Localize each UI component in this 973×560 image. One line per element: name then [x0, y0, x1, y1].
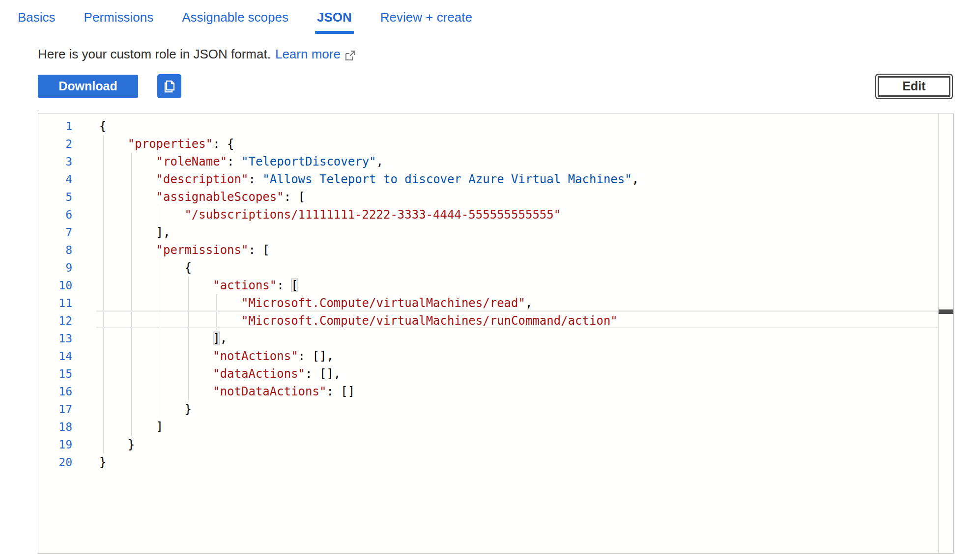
indent-guide [216, 294, 217, 330]
code-line: "actions": [ [38, 277, 938, 294]
code-line: "/subscriptions/11111111-2222-3333-4444-… [38, 206, 938, 224]
code-line: "properties": { [38, 135, 938, 153]
tab-json[interactable]: JSON [317, 10, 352, 34]
code-line: "Microsoft.Compute/virtualMachines/read"… [38, 294, 938, 312]
download-button[interactable]: Download [38, 75, 138, 98]
indent-guide [188, 277, 189, 400]
code-line: "roleName": "TeleportDiscovery", [38, 153, 938, 170]
code-line: "description": "Allows Teleport to disco… [38, 170, 938, 188]
code-line: } [38, 453, 938, 471]
tab-assignable-scopes[interactable]: Assignable scopes [182, 10, 288, 34]
bracket-match-highlight: [ [291, 279, 298, 292]
indent-guide [160, 259, 161, 418]
code-line: "notActions": [], [38, 347, 938, 365]
edit-button[interactable]: Edit [878, 76, 950, 97]
overview-cursor-marker [939, 309, 953, 314]
code-line: ], [38, 330, 938, 347]
indent-guide [103, 135, 104, 453]
wizard-tabbar: BasicsPermissionsAssignable scopesJSONRe… [0, 0, 973, 34]
json-description-text: Here is your custom role in JSON format. [38, 47, 271, 62]
external-link-icon [345, 49, 356, 60]
copy-button[interactable] [157, 74, 181, 98]
indent-guide [131, 153, 132, 436]
bracket-match-highlight: ] [213, 332, 220, 345]
code-lines: { "properties": { "roleName": "TeleportD… [38, 117, 938, 471]
overview-ruler[interactable] [938, 113, 953, 553]
tab-basics[interactable]: Basics [18, 10, 56, 34]
json-toolbar: Download Edit [38, 74, 953, 98]
indent-guide [160, 206, 161, 224]
code-line: "notDataActions": [] [38, 383, 938, 400]
copy-icon [162, 79, 177, 94]
tab-permissions[interactable]: Permissions [84, 10, 154, 34]
code-line: { [38, 117, 938, 135]
tab-review-create[interactable]: Review + create [380, 10, 472, 34]
code-line: "dataActions": [], [38, 365, 938, 383]
code-line: { [38, 259, 938, 277]
code-line: "permissions": [ [38, 241, 938, 259]
code-line: ], [38, 224, 938, 241]
json-code-editor[interactable]: 1234567891011121314151617181920 { "prope… [38, 113, 954, 554]
code-line: } [38, 436, 938, 453]
code-line: ] [38, 418, 938, 436]
learn-more-link[interactable]: Learn more [275, 47, 341, 62]
code-line: "assignableScopes": [ [38, 188, 938, 206]
code-line: } [38, 400, 938, 418]
code-line: "Microsoft.Compute/virtualMachines/runCo… [38, 312, 938, 330]
